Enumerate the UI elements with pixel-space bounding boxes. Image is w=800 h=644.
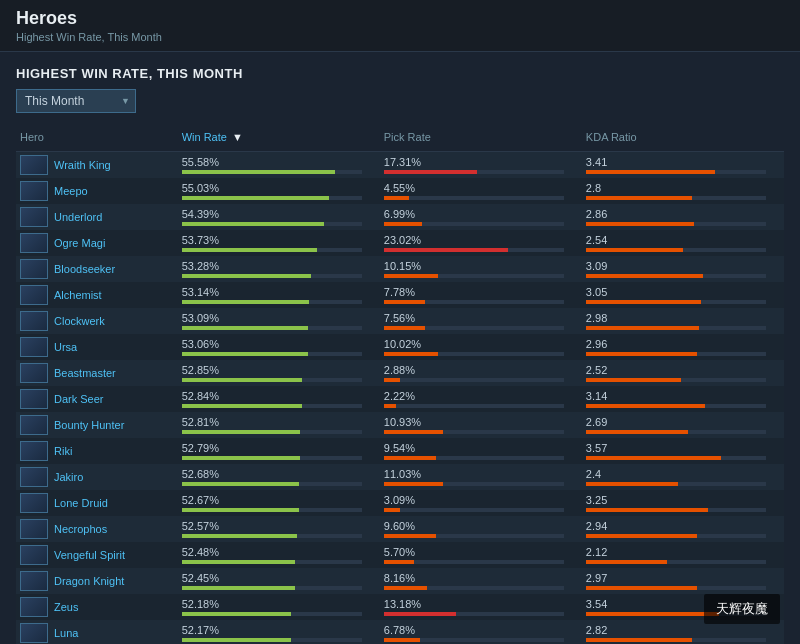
hero-icon bbox=[20, 181, 48, 201]
kda-cell: 3.09 bbox=[582, 256, 784, 282]
kda-cell: 2.69 bbox=[582, 412, 784, 438]
pickrate-cell: 9.54% bbox=[380, 438, 582, 464]
hero-name[interactable]: Wraith King bbox=[54, 159, 111, 171]
table-row[interactable]: Clockwerk53.09%7.56%2.98 bbox=[16, 308, 784, 334]
hero-cell: Meepo bbox=[20, 181, 174, 201]
winrate-cell: 52.57% bbox=[178, 516, 380, 542]
table-row[interactable]: Wraith King55.58%17.31%3.41 bbox=[16, 152, 784, 179]
kda-cell: 2.98 bbox=[582, 308, 784, 334]
kda-value: 2.69 bbox=[586, 416, 780, 428]
col-pickrate[interactable]: Pick Rate bbox=[380, 123, 582, 152]
pickrate-value: 8.16% bbox=[384, 572, 578, 584]
pickrate-cell: 6.99% bbox=[380, 204, 582, 230]
winrate-value: 52.48% bbox=[182, 546, 376, 558]
pickrate-cell: 5.70% bbox=[380, 542, 582, 568]
hero-icon bbox=[20, 571, 48, 591]
kda-cell: 2.52 bbox=[582, 360, 784, 386]
table-row[interactable]: Bounty Hunter52.81%10.93%2.69 bbox=[16, 412, 784, 438]
hero-name[interactable]: Ursa bbox=[54, 341, 77, 353]
hero-icon bbox=[20, 415, 48, 435]
pickrate-cell: 11.03% bbox=[380, 464, 582, 490]
table-row[interactable]: Vengeful Spirit52.48%5.70%2.12 bbox=[16, 542, 784, 568]
hero-name[interactable]: Vengeful Spirit bbox=[54, 549, 125, 561]
winrate-value: 52.84% bbox=[182, 390, 376, 402]
col-winrate[interactable]: Win Rate ▼ bbox=[178, 123, 380, 152]
hero-name[interactable]: Dragon Knight bbox=[54, 575, 124, 587]
winrate-cell: 54.39% bbox=[178, 204, 380, 230]
winrate-value: 55.58% bbox=[182, 156, 376, 168]
pickrate-value: 2.22% bbox=[384, 390, 578, 402]
pickrate-cell: 13.18% bbox=[380, 594, 582, 620]
table-row[interactable]: Beastmaster52.85%2.88%2.52 bbox=[16, 360, 784, 386]
kda-cell: 2.12 bbox=[582, 542, 784, 568]
winrate-cell: 52.81% bbox=[178, 412, 380, 438]
kda-value: 2.98 bbox=[586, 312, 780, 324]
time-period-dropdown[interactable]: This Month Last Month This Week Last Wee… bbox=[16, 89, 136, 113]
table-row[interactable]: Dragon Knight52.45%8.16%2.97 bbox=[16, 568, 784, 594]
winrate-cell: 52.45% bbox=[178, 568, 380, 594]
hero-icon bbox=[20, 207, 48, 227]
table-row[interactable]: Riki52.79%9.54%3.57 bbox=[16, 438, 784, 464]
kda-cell: 2.94 bbox=[582, 516, 784, 542]
hero-name[interactable]: Beastmaster bbox=[54, 367, 116, 379]
kda-cell: 2.8 bbox=[582, 178, 784, 204]
hero-cell: Lone Druid bbox=[20, 493, 174, 513]
hero-name[interactable]: Bloodseeker bbox=[54, 263, 115, 275]
hero-cell: Necrophos bbox=[20, 519, 174, 539]
table-row[interactable]: Ogre Magi53.73%23.02%2.54 bbox=[16, 230, 784, 256]
hero-icon bbox=[20, 441, 48, 461]
table-row[interactable]: Ursa53.06%10.02%2.96 bbox=[16, 334, 784, 360]
kda-cell: 3.57 bbox=[582, 438, 784, 464]
hero-name[interactable]: Jakiro bbox=[54, 471, 83, 483]
hero-name[interactable]: Zeus bbox=[54, 601, 78, 613]
table-row[interactable]: Alchemist53.14%7.78%3.05 bbox=[16, 282, 784, 308]
pickrate-cell: 10.93% bbox=[380, 412, 582, 438]
hero-name[interactable]: Dark Seer bbox=[54, 393, 104, 405]
winrate-cell: 53.73% bbox=[178, 230, 380, 256]
pickrate-cell: 3.09% bbox=[380, 490, 582, 516]
table-row[interactable]: Zeus52.18%13.18%3.54 bbox=[16, 594, 784, 620]
hero-name[interactable]: Underlord bbox=[54, 211, 102, 223]
kda-cell: 2.86 bbox=[582, 204, 784, 230]
pickrate-value: 10.02% bbox=[384, 338, 578, 350]
table-row[interactable]: Luna52.17%6.78%2.82 bbox=[16, 620, 784, 644]
pickrate-value: 17.31% bbox=[384, 156, 578, 168]
hero-name[interactable]: Bounty Hunter bbox=[54, 419, 124, 431]
hero-cell: Beastmaster bbox=[20, 363, 174, 383]
hero-icon bbox=[20, 155, 48, 175]
hero-icon bbox=[20, 597, 48, 617]
pickrate-value: 7.78% bbox=[384, 286, 578, 298]
table-row[interactable]: Necrophos52.57%9.60%2.94 bbox=[16, 516, 784, 542]
col-kda[interactable]: KDA Ratio bbox=[582, 123, 784, 152]
hero-name[interactable]: Clockwerk bbox=[54, 315, 105, 327]
kda-value: 2.4 bbox=[586, 468, 780, 480]
kda-cell: 2.96 bbox=[582, 334, 784, 360]
kda-cell: 3.41 bbox=[582, 152, 784, 179]
pickrate-value: 10.15% bbox=[384, 260, 578, 272]
pickrate-cell: 2.22% bbox=[380, 386, 582, 412]
table-row[interactable]: Lone Druid52.67%3.09%3.25 bbox=[16, 490, 784, 516]
kda-cell: 3.05 bbox=[582, 282, 784, 308]
kda-value: 2.54 bbox=[586, 234, 780, 246]
hero-cell: Zeus bbox=[20, 597, 174, 617]
hero-name[interactable]: Lone Druid bbox=[54, 497, 108, 509]
hero-name[interactable]: Ogre Magi bbox=[54, 237, 105, 249]
kda-value: 2.52 bbox=[586, 364, 780, 376]
hero-name[interactable]: Riki bbox=[54, 445, 72, 457]
hero-name[interactable]: Meepo bbox=[54, 185, 88, 197]
table-row[interactable]: Underlord54.39%6.99%2.86 bbox=[16, 204, 784, 230]
hero-name[interactable]: Alchemist bbox=[54, 289, 102, 301]
kda-value: 2.94 bbox=[586, 520, 780, 532]
hero-cell: Clockwerk bbox=[20, 311, 174, 331]
table-row[interactable]: Meepo55.03%4.55%2.8 bbox=[16, 178, 784, 204]
table-row[interactable]: Jakiro52.68%11.03%2.4 bbox=[16, 464, 784, 490]
hero-name[interactable]: Necrophos bbox=[54, 523, 107, 535]
table-row[interactable]: Dark Seer52.84%2.22%3.14 bbox=[16, 386, 784, 412]
winrate-value: 52.85% bbox=[182, 364, 376, 376]
hero-icon bbox=[20, 545, 48, 565]
kda-value: 3.41 bbox=[586, 156, 780, 168]
table-row[interactable]: Bloodseeker53.28%10.15%3.09 bbox=[16, 256, 784, 282]
pickrate-cell: 8.16% bbox=[380, 568, 582, 594]
hero-name[interactable]: Luna bbox=[54, 627, 78, 639]
hero-icon bbox=[20, 493, 48, 513]
